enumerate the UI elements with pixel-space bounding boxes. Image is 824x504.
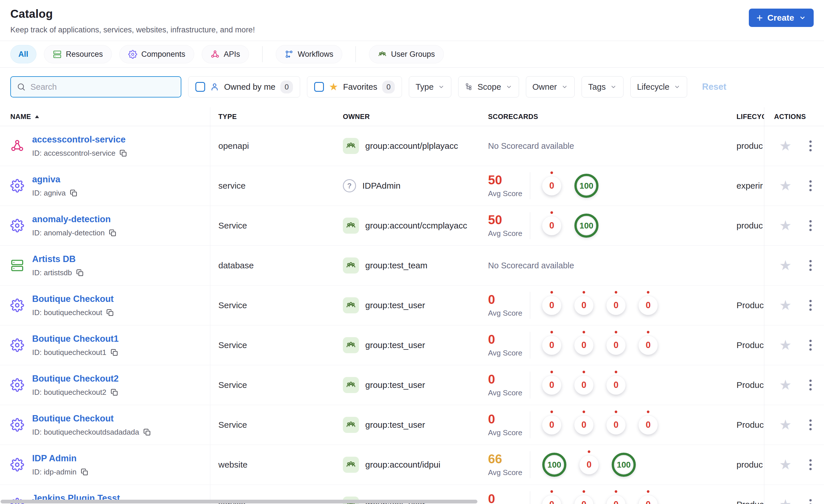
search-input[interactable] xyxy=(30,82,175,92)
kebab-menu-icon[interactable] xyxy=(805,498,816,504)
horizontal-scrollbar-thumb[interactable] xyxy=(1,500,478,503)
table-row[interactable]: Boutique CheckoutID: boutiquecheckoutSer… xyxy=(0,285,824,326)
entity-name-link[interactable]: accesscontrol-service xyxy=(32,134,127,145)
table-row[interactable]: accesscontrol-serviceID: accesscontrol-s… xyxy=(0,126,824,166)
scorecard-score-circle[interactable]: 0 xyxy=(639,415,657,434)
favorites-checkbox[interactable] xyxy=(314,82,324,92)
owned-by-me-checkbox[interactable] xyxy=(195,82,205,92)
tab-apis[interactable]: APIs xyxy=(202,45,249,64)
filter-dropdown-owner[interactable]: Owner xyxy=(526,76,575,98)
copy-icon[interactable] xyxy=(81,468,88,476)
scorecard-score-circle[interactable]: 0 xyxy=(580,455,599,474)
tab-workflows[interactable]: Workflows xyxy=(276,45,342,64)
actions-cell xyxy=(764,166,824,206)
lifecycle-cell: Produc xyxy=(724,365,764,405)
entity-id: ID: boutiquecheckout xyxy=(32,308,102,317)
scorecard-score-circle[interactable]: 100 xyxy=(542,453,566,477)
create-button[interactable]: Create xyxy=(749,9,814,27)
entity-name-link[interactable]: Boutique Checkout2 xyxy=(32,374,118,384)
scorecard-score-circle[interactable]: 0 xyxy=(575,296,593,315)
kebab-menu-icon[interactable] xyxy=(805,458,816,472)
favorite-star-icon[interactable] xyxy=(779,259,792,272)
kebab-menu-icon[interactable] xyxy=(805,139,816,153)
favorite-star-icon[interactable] xyxy=(779,458,792,472)
owner-label: group:account/ccmplayacc xyxy=(365,221,467,231)
favorite-star-icon[interactable] xyxy=(779,139,792,153)
scorecard-score-circle[interactable]: 0 xyxy=(639,495,657,504)
kebab-menu-icon[interactable] xyxy=(805,418,816,432)
copy-icon[interactable] xyxy=(110,349,118,356)
kebab-menu-icon[interactable] xyxy=(805,259,816,272)
entity-name-link[interactable]: Boutique Checkout1 xyxy=(32,334,118,344)
kebab-menu-icon[interactable] xyxy=(805,298,816,312)
scorecard-score-circle[interactable]: 0 xyxy=(607,336,625,355)
tab-user-groups[interactable]: User Groups xyxy=(369,45,444,64)
scorecard-score-circle[interactable]: 100 xyxy=(575,174,599,198)
entity-name-link[interactable]: anomaly-detection xyxy=(32,214,116,225)
entity-name-link[interactable]: Boutique Checkout xyxy=(32,413,151,424)
favorites-filter[interactable]: Favorites 0 xyxy=(307,76,402,98)
scorecard-score-circle[interactable]: 0 xyxy=(542,176,561,195)
scorecard-score-circle[interactable]: 0 xyxy=(542,216,561,235)
table-row[interactable]: Boutique Checkout1ID: boutiquecheckout1S… xyxy=(0,326,824,365)
favorite-star-icon[interactable] xyxy=(779,298,792,312)
scorecard-score-circle[interactable]: 0 xyxy=(607,415,625,434)
table-row[interactable]: anomaly-detectionID: anomaly-detectionSe… xyxy=(0,206,824,246)
scorecard-score-circle[interactable]: 0 xyxy=(639,336,657,355)
kebab-menu-icon[interactable] xyxy=(805,219,816,233)
table-row[interactable]: Boutique Checkout2ID: boutiquecheckout2S… xyxy=(0,365,824,405)
scorecard-score-circle[interactable]: 0 xyxy=(542,296,561,315)
scorecard-score-circle[interactable]: 0 xyxy=(607,296,625,315)
entity-name-link[interactable]: Artists DB xyxy=(32,254,84,264)
scorecard-score-circle[interactable]: 0 xyxy=(575,495,593,504)
scorecard-score-circle[interactable]: 100 xyxy=(575,214,599,238)
table-row[interactable]: Artists DBID: artistsdbdatabasegroup:tes… xyxy=(0,246,824,285)
scorecard-score-circle[interactable]: 100 xyxy=(612,453,636,477)
favorite-star-icon[interactable] xyxy=(779,378,792,392)
scorecard-score-circle[interactable]: 0 xyxy=(575,376,593,394)
table-row[interactable]: Boutique CheckoutID: boutiquecheckoutdsa… xyxy=(0,405,824,445)
type-cell: Service xyxy=(210,405,333,445)
filter-dropdown-tags[interactable]: Tags xyxy=(582,76,623,98)
tab-all[interactable]: All xyxy=(10,45,36,64)
copy-icon[interactable] xyxy=(70,189,78,197)
copy-icon[interactable] xyxy=(76,269,84,277)
scorecard-score-circle[interactable]: 0 xyxy=(542,495,561,504)
filter-dropdown-type[interactable]: Type xyxy=(409,76,451,98)
scorecard-score-circle[interactable]: 0 xyxy=(542,376,561,394)
copy-icon[interactable] xyxy=(119,149,127,157)
scorecard-score-circle[interactable]: 0 xyxy=(639,296,657,315)
apis-icon xyxy=(211,50,219,59)
tab-components[interactable]: Components xyxy=(119,45,194,64)
scorecard-score-circle[interactable]: 0 xyxy=(542,336,561,355)
scorecard-score-circle[interactable]: 0 xyxy=(575,336,593,355)
favorite-star-icon[interactable] xyxy=(779,418,792,432)
entity-name-link[interactable]: IDP Admin xyxy=(32,453,88,464)
tab-resources[interactable]: Resources xyxy=(44,45,112,64)
scorecard-score-circle[interactable]: 0 xyxy=(575,415,593,434)
scorecard-score-circle[interactable]: 0 xyxy=(542,415,561,434)
entity-name-link[interactable]: Boutique Checkout xyxy=(32,294,114,304)
copy-icon[interactable] xyxy=(110,388,118,396)
entity-name-link[interactable]: agniva xyxy=(32,174,78,184)
reset-filters-button[interactable]: Reset xyxy=(702,82,726,92)
copy-icon[interactable] xyxy=(143,428,151,436)
search-box[interactable] xyxy=(10,76,181,98)
favorite-star-icon[interactable] xyxy=(779,179,792,193)
kebab-menu-icon[interactable] xyxy=(805,338,816,352)
table-row[interactable]: IDP AdminID: idp-adminwebsitegroup:accou… xyxy=(0,445,824,485)
kebab-menu-icon[interactable] xyxy=(805,378,816,392)
copy-icon[interactable] xyxy=(109,229,116,237)
favorite-star-icon[interactable] xyxy=(779,498,792,504)
column-header-name[interactable]: NAME xyxy=(0,107,210,126)
favorite-star-icon[interactable] xyxy=(779,338,792,352)
owned-by-me-filter[interactable]: Owned by me 0 xyxy=(188,76,300,98)
scorecard-score-circle[interactable]: 0 xyxy=(607,495,625,504)
table-row[interactable]: agnivaID: agnivaserviceIDPAdmin50Avg Sco… xyxy=(0,166,824,206)
filter-dropdown-lifecycle[interactable]: Lifecycle xyxy=(630,76,687,98)
kebab-menu-icon[interactable] xyxy=(805,179,816,193)
scorecard-score-circle[interactable]: 0 xyxy=(607,376,625,394)
copy-icon[interactable] xyxy=(106,309,114,317)
filter-dropdown-scope[interactable]: Scope xyxy=(458,76,519,98)
favorite-star-icon[interactable] xyxy=(779,219,792,233)
